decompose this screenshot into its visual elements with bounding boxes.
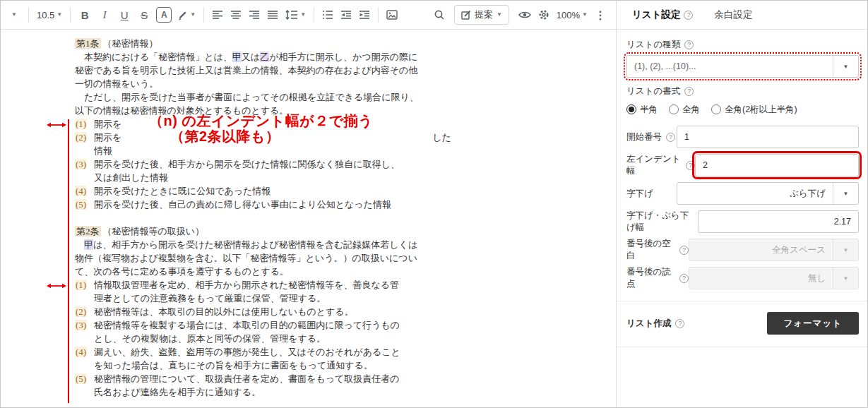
- tab-list-settings[interactable]: リスト設定?: [632, 8, 693, 21]
- doc-heading[interactable]: 第1条（秘密情報）: [75, 37, 460, 50]
- preview-button[interactable]: [516, 4, 534, 25]
- doc-list-item[interactable]: (2)秘密情報等は、本取引の目的以外には使用しないものとする。: [75, 305, 460, 318]
- list-create-label: リスト作成 ?: [626, 317, 684, 330]
- field-row-space-after-number: 番号後の空白?全角スペース▼: [626, 239, 859, 261]
- outdent-button[interactable]: [338, 4, 355, 25]
- list-item-text: 開示を受けた後、相手方から開示を受けた情報に関係なく独自に取得し、又は創出した情…: [94, 157, 400, 184]
- help-icon[interactable]: ?: [684, 87, 694, 96]
- align-right-icon: [249, 10, 260, 20]
- doc-list-item[interactable]: (5)開示を受けた後、自己の責めに帰し得ない事由により公知となった情報: [75, 198, 460, 211]
- bullet-list-icon: [322, 10, 333, 20]
- highlight-color-button[interactable]: A: [156, 7, 172, 23]
- marker-pen-button[interactable]: ▼: [174, 4, 198, 25]
- align-center-button[interactable]: [227, 4, 244, 25]
- format-button[interactable]: フォーマット: [767, 312, 859, 335]
- radio-zenkaku-mixed[interactable]: 全角(2桁以上半角): [711, 104, 797, 116]
- help-icon[interactable]: ?: [686, 161, 695, 170]
- indent-button[interactable]: [356, 4, 373, 25]
- toolbar-separator: [70, 7, 71, 23]
- field-value: 2.17: [698, 211, 858, 232]
- doc-paragraph[interactable]: 本契約における「秘密情報」とは、甲又は乙が相手方に開示し、かつ開示の際に秘密であ…: [75, 50, 460, 90]
- doc-list-item[interactable]: (5)秘密情報の管理について、取扱責任者を定め、書面をもって取扱責任者の氏名およ…: [75, 372, 460, 399]
- select-indent-type[interactable]: ぶら下げ▼: [677, 182, 859, 205]
- align-right-button[interactable]: [246, 4, 263, 25]
- align-justify-button[interactable]: [264, 4, 281, 25]
- zoom-value: 100%: [557, 10, 580, 20]
- help-icon[interactable]: ?: [675, 319, 684, 328]
- input-indent-hanging-width[interactable]: 2.17: [698, 210, 859, 233]
- tab-margin-settings[interactable]: 余白設定: [714, 8, 752, 21]
- font-size-dropdown[interactable]: 10.5 ▼: [34, 4, 65, 25]
- italic-button[interactable]: I: [95, 4, 114, 25]
- help-icon[interactable]: ?: [684, 40, 694, 49]
- field-value: 全角スペース: [689, 239, 833, 260]
- list-type-select[interactable]: (1), (2), ...(10)... ▼: [626, 55, 859, 78]
- bullet-list-button[interactable]: [319, 4, 336, 25]
- field-row-indent-type: 字下げぶら下げ▼: [626, 182, 859, 205]
- highlighted-term: 甲: [232, 52, 242, 62]
- list-format-options: 半角全角全角(2桁以上半角): [626, 103, 859, 116]
- zoom-dropdown[interactable]: 100% ▼: [554, 4, 590, 25]
- help-icon[interactable]: ?: [679, 274, 689, 283]
- list-number: (3): [75, 157, 94, 184]
- insert-image-button[interactable]: [384, 4, 400, 25]
- doc-paragraph[interactable]: 甲は、相手方から開示を受けた秘密情報および秘密情報を含む記録媒体若しくは物件（複…: [75, 238, 460, 278]
- text-run: 情報: [94, 145, 112, 156]
- list-number-highlight: (5): [75, 199, 87, 210]
- doc-list-item[interactable]: (4)開示を受けたときに既に公知であった情報: [75, 184, 460, 198]
- list-format-label: リストの書式 ?: [626, 85, 859, 97]
- label-text: リスト作成: [626, 318, 671, 330]
- document-area[interactable]: 第1条（秘密情報） 本契約における「秘密情報」とは、甲又は乙が相手方に開示し、か…: [1, 30, 616, 408]
- outdent-icon: [340, 10, 352, 20]
- input-start-number[interactable]: 1: [677, 126, 859, 148]
- radio-label: 半角: [640, 104, 658, 116]
- doc-list-item[interactable]: (4)漏えい、紛失、盗難、盗用等の事態が発生し、又はそのおそれがあることを知った…: [75, 345, 460, 372]
- chevron-down-icon: ▼: [300, 12, 306, 18]
- doc-list-item[interactable]: (1)情報取扱管理者を定め、相手方から開示された秘密情報等を、善良なる管理者とし…: [75, 278, 460, 305]
- help-icon[interactable]: ?: [679, 246, 689, 255]
- more-menu-button[interactable]: ⋮: [592, 4, 609, 25]
- text-run: 秘密情報の管理について、取扱責任者を定め、書面をもって取扱責任者の: [94, 373, 400, 384]
- radio-unselected-icon: [711, 104, 721, 114]
- text-run: 開示を受けたときに既に公知であった情報: [94, 186, 270, 196]
- radio-zenkaku[interactable]: 全角: [669, 104, 700, 116]
- list-number: (1): [75, 278, 94, 305]
- suggest-button[interactable]: 提案 ▼: [454, 5, 509, 25]
- doc-list-item[interactable]: (3)開示を受けた後、相手方から開示を受けた情報に関係なく独自に取得し、又は創出…: [75, 157, 460, 184]
- search-button[interactable]: [431, 4, 448, 25]
- list-number-highlight: (3): [75, 159, 87, 169]
- doc-heading[interactable]: 第2条（秘密情報等の取扱い）: [75, 224, 460, 238]
- radio-hankaku[interactable]: 半角: [626, 104, 658, 116]
- panel-fields: 開始番号?1左インデント幅?2字下げぶら下げ▼字下げ・ぶら下げ幅2.17番号後の…: [626, 126, 859, 289]
- list-type-value: (1), (2), ...(10)...: [627, 56, 833, 77]
- help-icon[interactable]: ?: [666, 133, 675, 142]
- marker-pen-icon: [177, 10, 188, 20]
- input-left-indent-width[interactable]: 2: [695, 154, 859, 176]
- align-left-button[interactable]: [209, 4, 226, 25]
- bold-button[interactable]: B: [76, 4, 94, 25]
- list-number: (2): [75, 305, 94, 318]
- chevron-down-icon[interactable]: ▼: [833, 56, 858, 77]
- list-number: (4): [75, 345, 94, 372]
- annotation-double-arrow-icon: [46, 280, 67, 289]
- settings-panel: リスト設定?余白設定 リストの種類 ? (1), (2), ...(10)...…: [616, 1, 868, 408]
- doc-list-item[interactable]: (3)秘密情報等を複製する場合には、本取引の目的の範囲内に限って行うものとし、そ…: [75, 318, 460, 345]
- label-text: 字下げ・ぶら下げ幅: [626, 210, 698, 234]
- list-number-highlight: (3): [75, 320, 87, 330]
- line-spacing-button[interactable]: ▼: [283, 4, 309, 25]
- help-icon[interactable]: ?: [684, 11, 693, 20]
- label-text: 番号後の読点: [626, 266, 675, 290]
- settings-button[interactable]: [535, 4, 552, 25]
- highlighted-term: 第2条: [75, 226, 101, 236]
- underline-button[interactable]: U: [115, 4, 133, 25]
- strikethrough-button[interactable]: S: [135, 4, 153, 25]
- field-value: ぶら下げ: [677, 183, 833, 204]
- text-run: 開示を受けた後、相手方から開示を受けた情報に関係なく独自に取得し、: [94, 159, 400, 169]
- edit-document-icon: [461, 10, 471, 20]
- radio-label: 全角(2桁以上半角): [725, 104, 797, 116]
- text-run: 物件（複写物および複製物を含む。以下「秘密情報等」という。）の取扱いについ: [75, 253, 417, 263]
- list-item-text: 情報取扱管理者を定め、相手方から開示された秘密情報等を、善良なる管理者としての注…: [94, 278, 399, 305]
- font-family-dropdown[interactable]: ▼: [5, 4, 23, 25]
- text-run: （秘密情報等の取扱い）: [103, 226, 205, 236]
- chevron-down-icon[interactable]: ▼: [833, 183, 858, 204]
